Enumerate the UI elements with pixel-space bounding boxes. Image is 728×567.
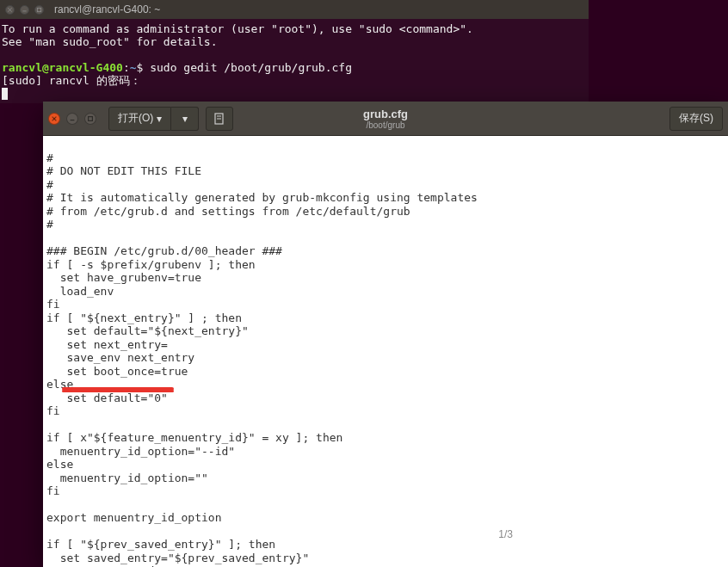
- file-line: #: [46, 218, 53, 231]
- recent-button[interactable]: ▾: [171, 107, 199, 131]
- terminal-window: rancvl@rancvl-G400: ~ To run a command a…: [0, 0, 589, 103]
- terminal-prompt-symbol: $: [137, 61, 151, 74]
- save-button[interactable]: 保存(S): [669, 107, 723, 131]
- gedit-filepath: /boot/grub: [363, 120, 408, 130]
- terminal-output-line: To run a command as administrator (user …: [2, 22, 473, 35]
- terminal-title: rancvl@rancvl-G400: ~: [54, 3, 160, 15]
- gedit-title: grub.cfg /boot/grub: [363, 108, 408, 130]
- chevron-down-icon: ▾: [182, 113, 188, 125]
- terminal-output-line: See "man sudo_root" for details.: [2, 35, 217, 48]
- svg-rect-3: [37, 8, 40, 11]
- file-line: if [ -s $prefix/grubenv ]; then: [46, 258, 256, 271]
- gedit-headerbar[interactable]: 打开(O) ▾ ▾ grub.cfg /boot/grub: [43, 102, 728, 136]
- file-line: else: [46, 458, 73, 471]
- terminal-titlebar[interactable]: rancvl@rancvl-G400: ~: [0, 0, 589, 19]
- terminal-cursor: [2, 88, 8, 100]
- file-line: fi: [46, 404, 60, 417]
- file-line: set have_grubenv=true: [46, 271, 201, 284]
- open-button-label: 打开(O): [118, 111, 153, 126]
- save-button-label: 保存(S): [679, 111, 713, 126]
- terminal-prompt-path: ~: [130, 61, 137, 74]
- terminal-maximize-icon[interactable]: [34, 5, 44, 15]
- file-line: set boot_once=true: [46, 365, 188, 378]
- gedit-window: 打开(O) ▾ ▾ grub.cfg /boot/grub: [43, 102, 728, 567]
- file-line: fi: [46, 484, 60, 497]
- file-line: #: [46, 178, 53, 191]
- terminal-prompt-sep: :: [123, 61, 130, 74]
- terminal-sudo-prompt: [sudo] rancvl 的密码：: [2, 74, 141, 87]
- maximize-icon[interactable]: [84, 113, 96, 125]
- page-indicator: 1/3: [498, 528, 513, 542]
- file-line: if [ x"${feature_menuentry_id}" = xy ]; …: [46, 431, 342, 444]
- file-line: export menuentry_id_option: [46, 511, 222, 524]
- file-line: #: [46, 151, 53, 164]
- terminal-close-icon[interactable]: [5, 5, 15, 15]
- terminal-prompt-user: rancvl@rancvl-G400: [2, 61, 123, 74]
- chevron-down-icon: ▾: [157, 113, 162, 125]
- file-line: save_env next_entry: [46, 351, 194, 364]
- gedit-text-area[interactable]: # # DO NOT EDIT THIS FILE # # It is auto…: [43, 136, 728, 567]
- file-line: menuentry_id_option="": [46, 471, 208, 484]
- file-line: set saved_entry="${prev_saved_entry}": [46, 552, 309, 564]
- file-line: if [ "${next_entry}" ] ; then: [46, 311, 242, 324]
- annotation-underline: [62, 390, 174, 392]
- new-document-button[interactable]: [206, 107, 233, 131]
- file-line: set default="0": [46, 391, 168, 404]
- file-line: # from /etc/grub.d and settings from /et…: [46, 205, 410, 218]
- svg-rect-7: [89, 116, 93, 120]
- terminal-command: sudo gedit /boot/grub/grub.cfg: [150, 61, 352, 74]
- file-line: # It is automatically generated by grub-…: [46, 191, 478, 204]
- file-line: set default="${next_entry}": [46, 324, 249, 337]
- close-icon[interactable]: [48, 113, 60, 125]
- file-line: ### BEGIN /etc/grub.d/00_header ###: [46, 244, 282, 257]
- file-line: fi: [46, 298, 60, 311]
- new-document-icon: [213, 113, 225, 125]
- terminal-minimize-icon[interactable]: [20, 5, 29, 15]
- file-line: menuentry_id_option="--id": [46, 445, 235, 458]
- terminal-body[interactable]: To run a command as administrator (user …: [0, 19, 589, 103]
- file-line: load_env: [46, 285, 114, 298]
- gedit-filename: grub.cfg: [363, 108, 408, 120]
- file-line: set next_entry=: [46, 338, 168, 351]
- minimize-icon[interactable]: [66, 113, 78, 125]
- file-line: if [ "${prev_saved_entry}" ]; then: [46, 538, 275, 551]
- file-line: # DO NOT EDIT THIS FILE: [46, 164, 201, 177]
- open-button[interactable]: 打开(O) ▾: [108, 107, 171, 131]
